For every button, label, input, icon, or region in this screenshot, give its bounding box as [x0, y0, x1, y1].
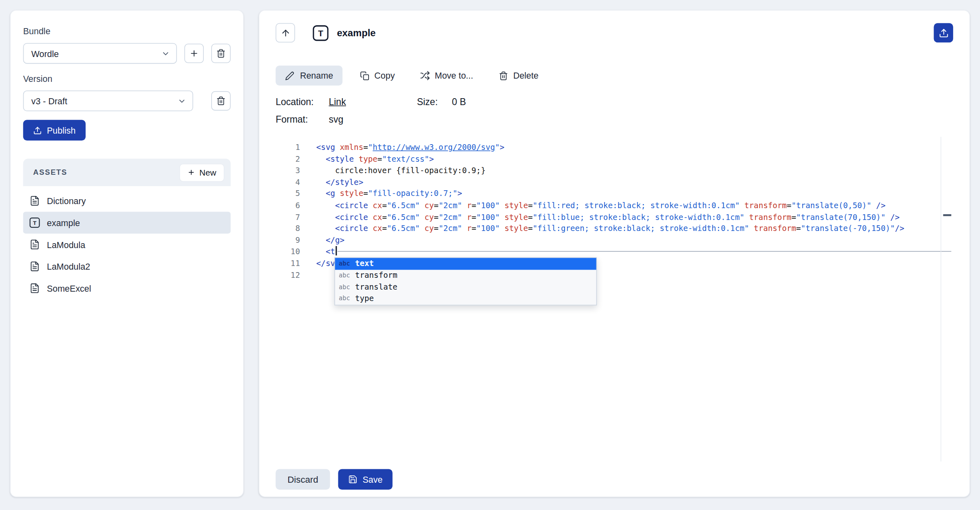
- location-link[interactable]: Link: [329, 95, 346, 109]
- code-editor[interactable]: 123456789101112 <svg xmlns="http://www.w…: [276, 137, 953, 462]
- toolbar: Rename Copy Move to... Delete: [276, 66, 953, 86]
- line-number: 10: [276, 246, 300, 258]
- rename-button[interactable]: Rename: [276, 66, 342, 86]
- asset-label: LaModula2: [47, 262, 90, 272]
- code-line[interactable]: <circle cx="6.5cm" cy="2cm" r="100" styl…: [316, 200, 941, 212]
- line-number: 4: [276, 177, 300, 189]
- completion-label: translate: [355, 281, 397, 293]
- main-header: T example: [276, 23, 953, 43]
- copy-icon: [360, 71, 369, 80]
- autocomplete-popup: abctextabctransformabctranslateabctype: [334, 257, 597, 306]
- file-meta: Location: Link Size: 0 B Format: svg: [276, 95, 953, 126]
- copy-button-label: Copy: [374, 70, 395, 81]
- file-text-icon: [29, 196, 40, 206]
- new-asset-button-label: New: [199, 168, 216, 177]
- asset-row[interactable]: LaModula2: [23, 255, 231, 277]
- asset-row[interactable]: LaModula: [23, 233, 231, 255]
- add-bundle-button[interactable]: [184, 44, 204, 63]
- line-number: 9: [276, 235, 300, 246]
- rename-button-label: Rename: [300, 70, 333, 81]
- completion-label: transform: [355, 270, 397, 281]
- svg-text:T: T: [318, 28, 323, 37]
- pencil-icon: [285, 71, 294, 80]
- discard-button[interactable]: Discard: [276, 469, 330, 490]
- code-line[interactable]: circle:hover {fill-opacity:0.9;}: [316, 165, 941, 177]
- delete-version-button[interactable]: [211, 91, 231, 111]
- version-select-value: v3 - Draft: [31, 96, 67, 106]
- line-number: 5: [276, 188, 300, 200]
- asset-label: example: [47, 218, 80, 228]
- text-cursor: [336, 246, 337, 256]
- arrow-up-icon: [280, 28, 291, 38]
- save-icon: [348, 475, 358, 484]
- save-button[interactable]: Save: [338, 469, 393, 490]
- file-title: example: [337, 27, 375, 39]
- move-to-button[interactable]: Move to...: [420, 70, 473, 81]
- completion-kind-abc: abc: [339, 293, 350, 305]
- asset-row[interactable]: Dictionary: [23, 190, 231, 212]
- line-number: 8: [276, 223, 300, 235]
- version-row: v3 - Draft: [23, 90, 231, 111]
- bundle-select[interactable]: Wordle: [23, 43, 177, 64]
- line-number: 6: [276, 200, 300, 212]
- format-value: svg: [329, 112, 417, 126]
- delete-button[interactable]: Delete: [499, 70, 539, 81]
- asset-label: SomeExcel: [47, 283, 91, 293]
- assets-header: ASSETS New: [23, 158, 231, 186]
- assets-title: ASSETS: [33, 168, 67, 176]
- line-number: 12: [276, 270, 300, 281]
- autocomplete-item[interactable]: abctranslate: [335, 281, 596, 293]
- location-label: Location:: [276, 95, 329, 109]
- copy-button[interactable]: Copy: [360, 70, 395, 81]
- active-line-rule: [338, 251, 951, 252]
- file-text-icon: [29, 283, 40, 294]
- line-number: 7: [276, 211, 300, 223]
- file-text-icon: [29, 261, 40, 272]
- code-line[interactable]: <g style="fill-opacity:0.7;">: [316, 188, 941, 200]
- trash-icon: [499, 71, 508, 80]
- editor-footer: Discard Save: [276, 469, 953, 490]
- shuffle-icon: [420, 70, 430, 81]
- editor-scrollbar-line: [940, 137, 941, 462]
- line-number: 1: [276, 142, 300, 154]
- code-line[interactable]: <svg xmlns="http://www.w3.org/2000/svg">: [316, 142, 941, 154]
- line-number: 3: [276, 165, 300, 177]
- line-number: 2: [276, 154, 300, 165]
- publish-button[interactable]: Publish: [23, 120, 86, 141]
- autocomplete-item[interactable]: abctransform: [335, 270, 596, 281]
- line-number: 11: [276, 258, 300, 270]
- upload-button[interactable]: [934, 23, 954, 43]
- bundle-select-value: Wordle: [31, 48, 59, 59]
- up-button[interactable]: [276, 23, 295, 43]
- sidebar: Bundle Wordle Version v3 - D: [10, 10, 244, 497]
- code-line[interactable]: <circle cx="6.5cm" cy="2cm" r="100" styl…: [316, 223, 941, 235]
- completion-label: type: [355, 293, 374, 305]
- asset-row[interactable]: SomeExcel: [23, 277, 231, 299]
- upload-icon: [938, 28, 949, 38]
- plus-icon: [190, 49, 199, 58]
- code-line[interactable]: <style type="text/css">: [316, 154, 941, 165]
- scroll-position-marker: [943, 214, 951, 216]
- asset-row[interactable]: T example: [23, 212, 231, 234]
- delete-bundle-button[interactable]: [211, 44, 231, 63]
- code-line[interactable]: </g>: [316, 235, 941, 246]
- type-icon: T: [29, 218, 40, 228]
- autocomplete-item[interactable]: abctype: [335, 293, 596, 305]
- completion-kind-abc: abc: [339, 270, 350, 281]
- bundle-row: Wordle: [23, 43, 231, 64]
- code-line[interactable]: <t: [316, 246, 941, 258]
- asset-label: LaModula: [47, 240, 85, 250]
- type-icon: T: [313, 25, 329, 41]
- new-asset-button[interactable]: New: [179, 163, 224, 181]
- file-text-icon: [29, 239, 40, 250]
- completion-kind-abc: abc: [339, 258, 350, 270]
- move-to-button-label: Move to...: [435, 70, 473, 81]
- trash-icon: [216, 96, 225, 106]
- editor-gutter: 123456789101112: [276, 142, 300, 281]
- code-line[interactable]: <circle cx="6.5cm" cy="2cm" r="100" styl…: [316, 211, 941, 223]
- asset-label: Dictionary: [47, 196, 86, 206]
- code-line[interactable]: </style>: [316, 177, 941, 189]
- version-select[interactable]: v3 - Draft: [23, 90, 193, 111]
- app-root: Bundle Wordle Version v3 - D: [0, 0, 980, 510]
- autocomplete-item[interactable]: abctext: [335, 258, 596, 270]
